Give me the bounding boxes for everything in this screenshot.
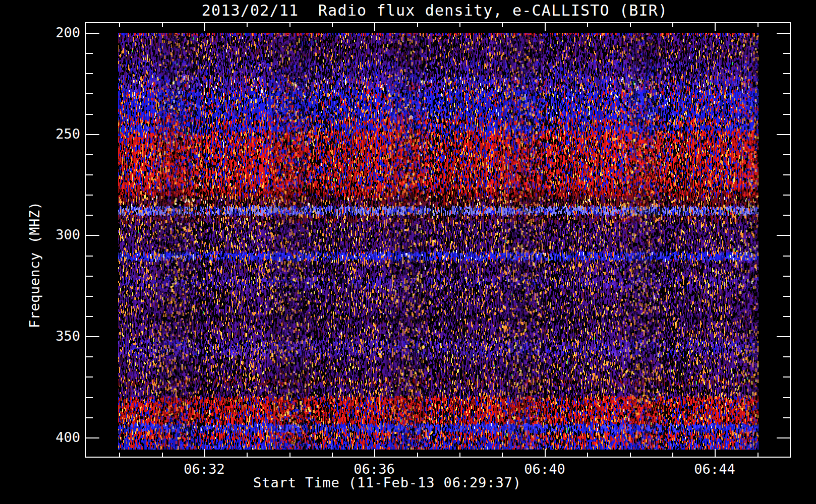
y-minor-tick [86, 174, 93, 175]
x-major-tick [204, 449, 205, 457]
y-major-tick [86, 437, 99, 438]
x-minor-tick-top [630, 23, 631, 27]
x-minor-tick-top [289, 23, 290, 27]
x-axis-title: Start Time (11-Feb-13 06:29:37) [186, 475, 589, 490]
x-minor-tick-top [502, 23, 503, 27]
x-major-tick [715, 449, 716, 457]
x-minor-tick [247, 453, 248, 457]
y-minor-tick-right [783, 276, 790, 277]
x-major-tick-top [204, 23, 205, 31]
x-minor-tick [672, 453, 673, 457]
y-minor-tick [86, 356, 93, 357]
y-minor-tick-right [783, 73, 790, 74]
y-tick-label: 200 [45, 25, 80, 40]
x-minor-tick [289, 453, 290, 457]
x-minor-tick-top [332, 23, 333, 27]
y-minor-tick-right [783, 376, 790, 377]
x-major-tick-top [545, 23, 546, 31]
y-minor-tick [86, 276, 93, 277]
y-tick-label: 250 [45, 127, 80, 142]
x-minor-tick [587, 453, 588, 457]
y-minor-tick-right [783, 154, 790, 155]
y-minor-tick [86, 73, 93, 74]
spectrogram-page: 2013/02/11 Radio flux density, e-CALLIST… [0, 0, 816, 504]
y-axis-title: Frequency (MHZ) [27, 156, 48, 373]
y-minor-tick [86, 256, 93, 257]
page-title: 2013/02/11 Radio flux density, e-CALLIST… [183, 2, 687, 19]
x-minor-tick [502, 453, 503, 457]
y-minor-tick-right [783, 195, 790, 196]
y-minor-tick-right [783, 316, 790, 317]
x-minor-tick-top [587, 23, 588, 27]
x-minor-tick-top [672, 23, 673, 27]
x-minor-tick-top [119, 23, 120, 27]
y-minor-tick-right [783, 93, 790, 94]
x-minor-tick-top [247, 23, 248, 27]
y-minor-tick [86, 296, 93, 297]
y-major-tick [86, 235, 99, 236]
y-minor-tick-right [783, 397, 790, 398]
x-major-tick [545, 449, 546, 457]
x-major-tick [374, 449, 375, 457]
y-major-tick [86, 336, 99, 337]
y-minor-tick [86, 53, 93, 54]
y-major-tick-right [777, 134, 790, 135]
x-minor-tick [630, 453, 631, 457]
x-minor-tick [162, 453, 163, 457]
x-minor-tick [332, 453, 333, 457]
x-minor-tick [459, 453, 460, 457]
y-minor-tick-right [783, 53, 790, 54]
x-minor-tick-top [162, 23, 163, 27]
y-minor-tick [86, 114, 93, 115]
y-minor-tick-right [783, 215, 790, 216]
spectrogram-canvas [118, 33, 759, 450]
y-major-tick-right [777, 33, 790, 34]
y-minor-tick [86, 376, 93, 377]
y-major-tick-right [777, 235, 790, 236]
x-minor-tick-top [459, 23, 460, 27]
y-minor-tick [86, 417, 93, 418]
y-minor-tick [86, 195, 93, 196]
x-tick-label: 06:44 [679, 462, 750, 477]
y-minor-tick [86, 316, 93, 317]
y-major-tick-right [777, 336, 790, 337]
x-minor-tick [417, 453, 418, 457]
x-minor-tick [119, 453, 120, 457]
y-minor-tick [86, 93, 93, 94]
y-minor-tick [86, 215, 93, 216]
y-tick-label: 400 [45, 430, 80, 445]
y-tick-label: 300 [45, 227, 80, 242]
y-minor-tick-right [783, 256, 790, 257]
y-minor-tick-right [783, 417, 790, 418]
y-minor-tick [86, 154, 93, 155]
y-minor-tick-right [783, 174, 790, 175]
x-minor-tick-top [417, 23, 418, 27]
y-tick-label: 350 [45, 329, 80, 344]
y-minor-tick-right [783, 114, 790, 115]
y-major-tick [86, 134, 99, 135]
y-major-tick [86, 33, 99, 34]
x-minor-tick [757, 453, 759, 457]
y-minor-tick [86, 397, 93, 398]
y-minor-tick-right [783, 296, 790, 297]
x-minor-tick-top [757, 23, 759, 27]
y-minor-tick-right [783, 356, 790, 357]
x-major-tick-top [374, 23, 375, 31]
x-major-tick-top [715, 23, 716, 31]
y-major-tick-right [777, 437, 790, 438]
